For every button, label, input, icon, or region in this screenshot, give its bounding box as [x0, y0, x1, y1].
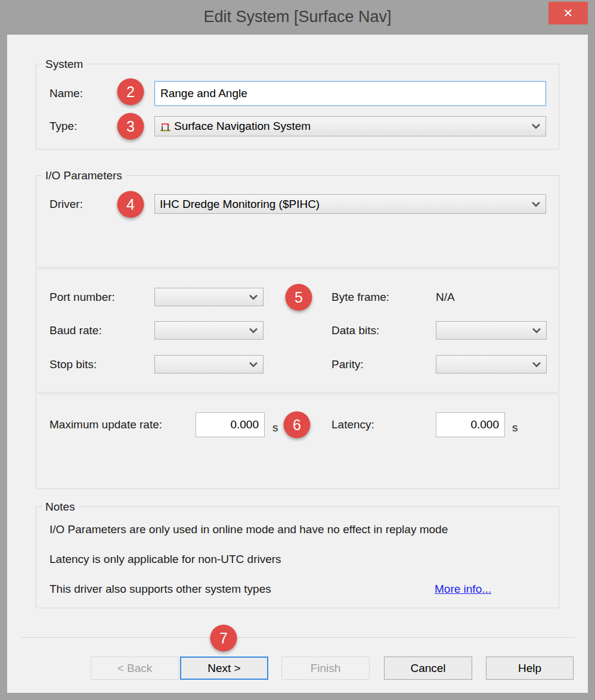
surface-navigation-icon	[160, 121, 171, 132]
type-value: Surface Navigation System	[174, 120, 528, 133]
chevron-down-icon	[249, 362, 258, 368]
notes-legend: Notes	[42, 500, 79, 514]
baud-rate-label: Baud rate:	[49, 323, 102, 338]
serial-settings-panel: Port number: Baud rate: Stop bits:	[36, 269, 559, 393]
annotation-marker-2: 2	[117, 79, 144, 105]
parity-combobox[interactable]	[436, 355, 547, 374]
chevron-down-icon	[531, 201, 541, 207]
note-line-3: This driver also supports other system t…	[49, 582, 271, 596]
annotation-marker-6: 6	[284, 412, 311, 438]
annotation-marker-3: 3	[117, 113, 144, 140]
annotation-marker-4: 4	[117, 191, 144, 218]
max-update-rate-input[interactable]	[196, 412, 265, 437]
port-number-combobox[interactable]	[154, 288, 264, 306]
titlebar: Edit System [Surface Nav]	[0, 0, 595, 34]
chevron-down-icon	[249, 294, 258, 300]
io-parameters-group: I/O Parameters Driver: IHC Dredge Monito…	[36, 175, 559, 267]
type-label: Type:	[49, 119, 77, 133]
latency-unit: s	[512, 421, 518, 435]
close-button[interactable]: ✕	[548, 2, 588, 24]
byte-frame-label: Byte frame:	[331, 290, 389, 304]
data-bits-label: Data bits:	[331, 323, 379, 338]
help-button[interactable]: Help	[486, 657, 574, 680]
chevron-down-icon	[249, 328, 258, 334]
more-info-link[interactable]: More info...	[435, 582, 491, 596]
parity-label: Parity:	[331, 357, 364, 372]
note-line-1: I/O Parameters are only used in online m…	[49, 522, 448, 537]
type-combobox[interactable]: Surface Navigation System	[154, 116, 546, 136]
baud-rate-combobox[interactable]	[154, 321, 264, 340]
finish-button[interactable]: Finish	[281, 657, 370, 680]
dialog-title: Edit System [Surface Nav]	[203, 8, 391, 26]
edit-system-dialog: Edit System [Surface Nav] ✕ System Name:…	[0, 0, 595, 700]
back-button[interactable]: < Back	[91, 657, 179, 680]
stop-bits-label: Stop bits:	[49, 357, 97, 372]
max-update-rate-label: Maximum update rate:	[49, 418, 162, 432]
byte-frame-value: N/A	[436, 290, 455, 304]
close-icon: ✕	[563, 6, 574, 20]
dialog-body: System Name: Type: Surface Navigation Sy…	[7, 34, 588, 693]
name-label: Name:	[49, 86, 83, 101]
max-update-rate-unit: s	[272, 421, 278, 435]
notes-group: Notes I/O Parameters are only used in on…	[36, 506, 559, 608]
button-separator	[21, 637, 574, 639]
annotation-marker-7: 7	[210, 625, 237, 652]
annotation-marker-5: 5	[286, 284, 312, 311]
latency-input[interactable]	[436, 412, 505, 437]
io-parameters-legend: I/O Parameters	[42, 169, 126, 183]
chevron-down-icon	[532, 362, 541, 368]
port-number-label: Port number:	[49, 290, 115, 304]
cancel-button[interactable]: Cancel	[384, 657, 472, 680]
name-input[interactable]	[154, 81, 546, 106]
note-line-2: Latency is only applicable for non-UTC d…	[49, 552, 281, 567]
data-bits-combobox[interactable]	[436, 321, 547, 340]
driver-value: IHC Dredge Monitoring ($PIHC)	[160, 198, 528, 211]
chevron-down-icon	[531, 123, 541, 129]
system-group-legend: System	[42, 57, 86, 71]
stop-bits-combobox[interactable]	[154, 355, 264, 374]
system-group: System Name: Type: Surface Navigation Sy…	[36, 64, 559, 150]
driver-combobox[interactable]: IHC Dredge Monitoring ($PIHC)	[154, 194, 546, 214]
chevron-down-icon	[532, 328, 541, 334]
driver-label: Driver:	[49, 197, 83, 211]
timing-panel: Maximum update rate: s Latency: s 6	[36, 394, 559, 489]
latency-label: Latency:	[331, 418, 374, 432]
next-button[interactable]: Next >	[180, 657, 268, 680]
